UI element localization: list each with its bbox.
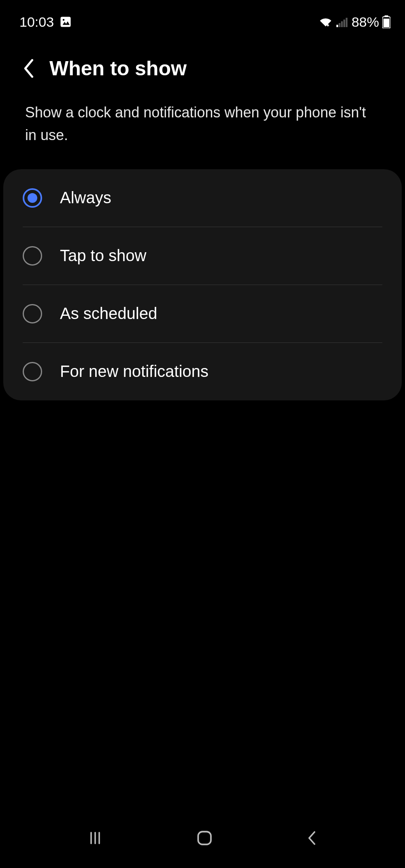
back-nav-button[interactable] — [306, 830, 318, 846]
svg-rect-0 — [61, 17, 71, 27]
option-label: Tap to show — [60, 247, 146, 265]
svg-rect-5 — [343, 19, 345, 27]
page-subtitle: Show a clock and notifications when your… — [0, 80, 405, 147]
status-bar: 10:03 88% — [0, 0, 405, 32]
recents-button[interactable] — [87, 830, 103, 846]
option-as-scheduled[interactable]: As scheduled — [3, 285, 402, 343]
home-button[interactable] — [196, 830, 213, 847]
option-label: Always — [60, 189, 111, 207]
svg-rect-9 — [384, 19, 389, 28]
status-time: 10:03 — [19, 14, 54, 30]
back-button[interactable] — [23, 59, 35, 78]
options-card: Always Tap to show As scheduled For new … — [3, 169, 402, 400]
option-label: As scheduled — [60, 304, 157, 323]
svg-rect-13 — [198, 832, 211, 845]
svg-rect-3 — [339, 23, 340, 27]
radio-unselected-icon — [23, 362, 42, 381]
wifi-icon — [318, 16, 333, 28]
status-right: 88% — [318, 14, 390, 30]
option-always[interactable]: Always — [3, 169, 402, 227]
battery-percentage: 88% — [352, 14, 379, 30]
option-label: For new notifications — [60, 362, 209, 381]
navigation-bar — [0, 819, 405, 868]
svg-rect-6 — [346, 18, 347, 27]
status-left: 10:03 — [19, 14, 72, 30]
battery-icon — [382, 15, 390, 28]
svg-point-1 — [63, 19, 65, 21]
option-for-new-notifications[interactable]: For new notifications — [3, 343, 402, 400]
image-icon — [60, 16, 72, 28]
page-title: When to show — [49, 57, 187, 80]
radio-selected-icon — [23, 188, 42, 208]
signal-icon — [336, 17, 348, 27]
option-tap-to-show[interactable]: Tap to show — [3, 227, 402, 285]
svg-rect-2 — [336, 25, 338, 27]
radio-unselected-icon — [23, 246, 42, 266]
radio-unselected-icon — [23, 304, 42, 323]
page-header: When to show — [0, 32, 405, 80]
svg-rect-4 — [341, 21, 343, 27]
